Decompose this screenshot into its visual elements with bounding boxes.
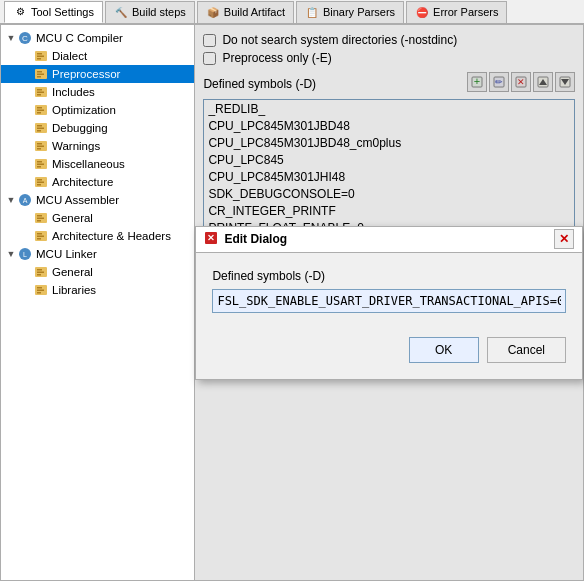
modal-input-field[interactable] (212, 289, 566, 313)
no-expand (21, 212, 33, 224)
svg-rect-16 (37, 110, 44, 112)
svg-rect-33 (37, 184, 41, 186)
svg-text:C: C (22, 34, 28, 43)
preprocessor-icon (33, 66, 49, 82)
svg-rect-52 (37, 290, 44, 292)
svg-text:✕: ✕ (207, 233, 215, 243)
tree-item-mcu-c-compiler[interactable]: ▼ C MCU C Compiler (1, 29, 194, 47)
svg-rect-20 (37, 128, 44, 130)
tab-bar: ⚙ Tool Settings 🔨 Build steps 📦 Build Ar… (0, 0, 584, 24)
modal-titlebar: ✕ Edit Dialog ✕ (196, 227, 582, 253)
no-expand (21, 266, 33, 278)
no-expand (21, 122, 33, 134)
tree-item-warnings[interactable]: Warnings (1, 137, 194, 155)
no-expand (21, 50, 33, 62)
tree-item-dialect[interactable]: Dialect (1, 47, 194, 65)
tree-item-mcu-linker[interactable]: ▼ L MCU Linker (1, 245, 194, 263)
tree-item-includes[interactable]: Includes (1, 83, 194, 101)
edit-dialog-icon: ✕ (204, 231, 218, 248)
tab-build-steps[interactable]: 🔨 Build steps (105, 1, 195, 23)
svg-rect-24 (37, 146, 44, 148)
tree-item-preprocessor[interactable]: Preprocessor (1, 65, 194, 83)
svg-rect-38 (37, 218, 44, 220)
modal-close-button[interactable]: ✕ (554, 229, 574, 249)
optimization-icon (33, 102, 49, 118)
svg-rect-19 (37, 125, 42, 127)
tab-error-parsers[interactable]: ⛔ Error Parsers (406, 1, 507, 23)
tree-item-debugging[interactable]: Debugging (1, 119, 194, 137)
no-expand (21, 86, 33, 98)
svg-rect-53 (37, 292, 41, 294)
expand-icon: ▼ (5, 32, 17, 44)
svg-rect-23 (37, 143, 42, 145)
tree-item-mcu-assembler[interactable]: ▼ A MCU Assembler (1, 191, 194, 209)
svg-text:A: A (23, 197, 28, 204)
svg-rect-27 (37, 161, 42, 163)
no-expand (21, 104, 33, 116)
tree-panel: ▼ C MCU C Compiler Dialect (1, 25, 195, 580)
ok-button[interactable]: OK (409, 337, 479, 363)
tree-item-libraries[interactable]: Libraries (1, 281, 194, 299)
modal-field-label: Defined symbols (-D) (212, 269, 566, 283)
svg-rect-29 (37, 166, 41, 168)
general-icon (33, 210, 49, 226)
svg-rect-5 (37, 58, 41, 60)
general2-icon (33, 264, 49, 280)
tree-item-arch-headers[interactable]: Architecture & Headers (1, 227, 194, 245)
expand-icon3: ▼ (5, 248, 17, 260)
svg-rect-25 (37, 148, 41, 150)
svg-rect-3 (37, 53, 42, 55)
svg-rect-15 (37, 107, 42, 109)
svg-rect-13 (37, 94, 41, 96)
tab-binary-parsers[interactable]: 📋 Binary Parsers (296, 1, 404, 23)
tree-item-optimization[interactable]: Optimization (1, 101, 194, 119)
build-steps-icon: 🔨 (114, 5, 128, 19)
expand-icon2: ▼ (5, 194, 17, 206)
modal-body: Defined symbols (-D) (196, 253, 582, 329)
tab-build-artifact[interactable]: 📦 Build Artifact (197, 1, 294, 23)
no-expand (21, 176, 33, 188)
svg-rect-8 (37, 74, 44, 76)
tab-tool-settings[interactable]: ⚙ Tool Settings (4, 1, 103, 23)
tree-item-general2[interactable]: General (1, 263, 194, 281)
svg-rect-39 (37, 220, 41, 222)
mcu-linker-icon: L (17, 246, 33, 262)
includes-icon (33, 84, 49, 100)
no-expand (21, 68, 33, 80)
mcu-assembler-icon: A (17, 192, 33, 208)
miscellaneous-icon (33, 156, 49, 172)
modal-title-left: ✕ Edit Dialog (204, 231, 287, 248)
modal-title: Edit Dialog (224, 232, 287, 246)
no-expand (21, 284, 33, 296)
tree-item-miscellaneous[interactable]: Miscellaneous (1, 155, 194, 173)
mcu-c-compiler-icon: C (17, 30, 33, 46)
tree-item-general[interactable]: General (1, 209, 194, 227)
tree-item-architecture[interactable]: Architecture (1, 173, 194, 191)
svg-rect-47 (37, 269, 42, 271)
main-area: ▼ C MCU C Compiler Dialect (0, 24, 584, 581)
svg-text:L: L (23, 251, 27, 258)
svg-rect-49 (37, 274, 41, 276)
svg-rect-9 (37, 76, 41, 78)
svg-rect-7 (37, 71, 42, 73)
svg-rect-12 (37, 92, 44, 94)
warnings-icon (33, 138, 49, 154)
svg-rect-43 (37, 238, 41, 240)
svg-rect-37 (37, 215, 42, 217)
modal-overlay: ✕ Edit Dialog ✕ Defined symbols (-D) OK … (195, 25, 583, 580)
libraries-icon (33, 282, 49, 298)
no-expand (21, 230, 33, 242)
no-expand (21, 140, 33, 152)
svg-rect-4 (37, 56, 44, 58)
tool-settings-icon: ⚙ (13, 5, 27, 19)
svg-rect-51 (37, 287, 42, 289)
svg-rect-41 (37, 233, 42, 235)
svg-rect-17 (37, 112, 41, 114)
edit-dialog: ✕ Edit Dialog ✕ Defined symbols (-D) OK … (195, 226, 583, 380)
svg-rect-42 (37, 236, 44, 238)
cancel-button[interactable]: Cancel (487, 337, 566, 363)
architecture-icon (33, 174, 49, 190)
arch-headers-icon (33, 228, 49, 244)
dialect-icon (33, 48, 49, 64)
svg-rect-28 (37, 164, 44, 166)
